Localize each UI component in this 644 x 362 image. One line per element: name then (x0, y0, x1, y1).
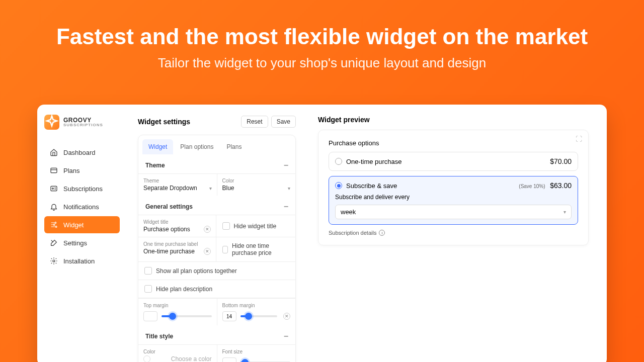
sidebar-item-label: Widget (63, 221, 84, 229)
top-margin-slider[interactable]: Top margin (138, 298, 217, 325)
preview-pane: Widget preview ⛶ Purchase options One-ti… (307, 105, 607, 362)
option-price: $63.00 (550, 182, 572, 190)
home-icon (49, 148, 58, 157)
slider-track[interactable] (162, 315, 212, 317)
app-window: GROOVY SUBSCRIPTIONS Dashboard Plans Sub… (37, 105, 607, 362)
font-size-slider[interactable]: Font size (217, 345, 296, 362)
svg-point-4 (53, 224, 55, 226)
svg-point-2 (52, 188, 54, 190)
info-icon: i (379, 230, 385, 236)
collapse-icon[interactable]: − (284, 203, 288, 211)
checkbox-label: Show all plan options together (156, 267, 237, 275)
sidebar-item-installation[interactable]: Installation (44, 252, 120, 269)
purchase-options-title: Purchase options (329, 139, 578, 147)
nav: Dashboard Plans Subscriptions Notificati… (44, 144, 120, 269)
option-subscribe[interactable]: Subscribe & save (Save 10%) $63.00 Subsc… (329, 176, 578, 225)
slider-value (222, 357, 236, 362)
slider-value (143, 311, 157, 321)
sidebar-item-notifications[interactable]: Notifications (44, 198, 120, 215)
logo-text: GROOVY SUBSCRIPTIONS (63, 117, 103, 127)
tab-plan-options[interactable]: Plan options (174, 139, 219, 154)
checkbox-hide-widget-title[interactable] (222, 222, 230, 230)
svg-rect-1 (51, 186, 57, 191)
collapse-icon[interactable]: − (284, 332, 288, 340)
tab-widget[interactable]: Widget (142, 139, 173, 154)
sidebar-item-label: Installation (63, 257, 95, 265)
expand-icon[interactable]: ⛶ (576, 135, 582, 143)
color-swatch-icon (143, 355, 150, 362)
deliver-label: Subscribe and deliver every (335, 194, 572, 201)
chevron-down-icon: ▾ (288, 186, 290, 191)
settings-pane: Widget settings Reset Save Widget Plan o… (127, 105, 307, 362)
sidebar-item-subscriptions[interactable]: Subscriptions (44, 180, 120, 197)
theme-select[interactable]: Theme Separate Dropdown▾ (138, 174, 217, 196)
hero-title: Fastest and the most flexible widget on … (0, 24, 644, 49)
clear-icon[interactable]: ✕ (204, 226, 211, 233)
sidebar-item-dashboard[interactable]: Dashboard (44, 144, 120, 161)
reset-button[interactable]: Reset (241, 116, 268, 128)
checkbox-hide-plan-desc[interactable] (144, 285, 152, 293)
sidebar-item-label: Settings (63, 239, 87, 247)
slider-track[interactable] (240, 315, 278, 317)
preview-card: ⛶ Purchase options One-time purchase $70… (318, 130, 589, 245)
one-time-label-input[interactable]: One time purchase label One-time purchas… (138, 237, 216, 261)
subscription-details-link[interactable]: Subscription details i (329, 230, 578, 236)
id-icon (49, 184, 58, 193)
svg-point-3 (55, 222, 56, 224)
save-tag: (Save 10%) (519, 184, 545, 189)
svg-point-6 (53, 260, 55, 262)
chevron-down-icon: ▾ (564, 209, 566, 215)
hero-subtitle: Tailor the widget to your shop's unique … (0, 55, 644, 71)
bell-icon (49, 202, 58, 211)
checkbox-label: Hide widget title (234, 223, 277, 230)
gear-icon (49, 256, 58, 265)
widget-title-input[interactable]: Widget title Purchase options✕ (138, 215, 216, 237)
sidebar-item-widget[interactable]: Widget (44, 216, 120, 233)
clear-icon[interactable]: ✕ (204, 248, 211, 255)
sidebar-item-label: Notifications (63, 203, 99, 211)
section-theme: Theme − (138, 154, 295, 173)
slider-value: 14 (222, 311, 236, 321)
sidebar-item-label: Plans (63, 167, 80, 174)
color-select[interactable]: Color Blue▾ (217, 174, 296, 196)
checkbox-label: Hide plan description (156, 286, 212, 293)
inbox-icon (49, 166, 58, 175)
checkbox-label: Hide one time purchase price (232, 242, 289, 256)
radio-checked-icon (335, 182, 342, 189)
radio-icon (335, 158, 342, 165)
tools-icon (49, 238, 58, 247)
collapse-icon[interactable]: − (284, 161, 288, 169)
sidebar-item-label: Dashboard (63, 149, 96, 156)
section-general: General settings − (138, 196, 295, 215)
logo: GROOVY SUBSCRIPTIONS (44, 115, 120, 130)
deliver-select[interactable]: week ▾ (335, 205, 572, 219)
svg-point-5 (55, 226, 57, 228)
clear-icon[interactable]: ✕ (283, 313, 290, 320)
logo-mark-icon (44, 115, 59, 130)
title-color-input[interactable]: Color Choose a color (138, 345, 217, 362)
option-price: $70.00 (550, 157, 572, 165)
sidebar-item-settings[interactable]: Settings (44, 234, 120, 251)
checkbox-hide-one-time-price[interactable] (222, 246, 228, 253)
option-label: Subscribe & save (346, 182, 397, 190)
sliders-icon (49, 220, 58, 229)
sidebar: GROOVY SUBSCRIPTIONS Dashboard Plans Sub… (37, 105, 127, 362)
settings-card: Widget Plan options Plans Theme − Theme … (138, 135, 296, 362)
checkbox-show-all-plans[interactable] (144, 267, 152, 275)
sidebar-item-label: Subscriptions (63, 185, 103, 193)
svg-rect-0 (51, 168, 57, 172)
settings-title: Widget settings (138, 118, 190, 126)
chevron-down-icon: ▾ (209, 186, 212, 191)
option-label: One-time purchase (346, 158, 402, 165)
preview-title: Widget preview (318, 116, 589, 124)
option-one-time[interactable]: One-time purchase $70.00 (329, 152, 578, 171)
bottom-margin-slider[interactable]: Bottom margin 14 ✕ (217, 298, 296, 325)
select-value: week (341, 208, 356, 216)
hero: Fastest and the most flexible widget on … (0, 0, 644, 71)
save-button[interactable]: Save (271, 116, 296, 128)
section-title-style: Title style − (138, 325, 295, 344)
tab-plans[interactable]: Plans (220, 139, 248, 154)
sidebar-item-plans[interactable]: Plans (44, 162, 120, 179)
